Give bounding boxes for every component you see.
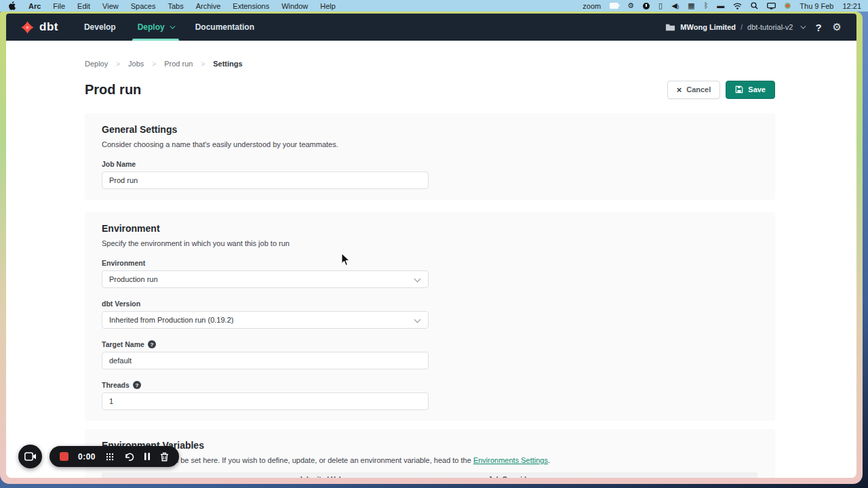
breadcrumb-jobs[interactable]: Jobs	[128, 60, 144, 68]
nav-tab-documentation-label: Documentation	[195, 22, 254, 32]
navbar-right: MWong Limited / dbt-tutorial-v2 ? ⚙	[665, 14, 856, 41]
nav-tab-documentation[interactable]: Documentation	[184, 14, 265, 41]
stop-recording-button[interactable]	[60, 452, 68, 461]
job-settings-page: Deploy > Jobs > Prod run > Settings Prod…	[6, 41, 856, 478]
save-icon	[735, 85, 743, 94]
account-switcher[interactable]: MWong Limited / dbt-tutorial-v2	[665, 23, 804, 31]
breadcrumb: Deploy > Jobs > Prod run > Settings	[85, 60, 775, 68]
wifi-icon[interactable]	[733, 3, 742, 9]
cancel-button-label: Cancel	[686, 85, 711, 94]
environment-heading: Environment	[102, 223, 758, 234]
environment-card: Environment Specify the environment in w…	[85, 212, 775, 421]
help-tooltip-icon[interactable]: ?	[133, 381, 141, 389]
dbt-logo-icon	[20, 20, 35, 35]
target-name-label: Target Name	[102, 340, 144, 348]
environment-select-value: Production run	[109, 275, 158, 283]
nav-tab-develop[interactable]: Develop	[73, 14, 127, 41]
pause-recording-icon[interactable]	[144, 452, 151, 461]
battery-icon[interactable]: ▬	[717, 0, 724, 12]
menubar-date[interactable]: Thu 9 Feb	[800, 2, 833, 10]
general-settings-description: Consider choosing a name that's easily u…	[102, 140, 758, 148]
menubar-item-tabs[interactable]: Tabs	[161, 2, 189, 10]
zoom-app-label[interactable]: zoom	[583, 2, 601, 10]
recording-indicator-icon[interactable]	[785, 3, 791, 9]
menubar-item-view[interactable]: View	[96, 2, 125, 10]
menubar-item-edit[interactable]: Edit	[71, 2, 96, 10]
drag-handle-icon[interactable]	[105, 452, 115, 462]
general-settings-card: General Settings Consider choosing a nam…	[85, 113, 775, 200]
project-name: dbt-tutorial-v2	[747, 23, 793, 31]
dbt-logo[interactable]: dbt	[20, 14, 58, 41]
dbt-navbar: dbt Develop Deploy Documentation MWong L…	[6, 14, 856, 41]
environment-select[interactable]: Production run	[102, 270, 429, 288]
environment-variables-table: Inherited Value Job Override	[102, 472, 757, 478]
menubar-item-help[interactable]: Help	[314, 2, 342, 10]
environment-variables-description: Job-level overrides can be set here. If …	[102, 456, 758, 464]
menubar-item-file[interactable]: File	[47, 2, 71, 10]
breadcrumb-deploy[interactable]: Deploy	[85, 60, 108, 68]
environment-label: Environment	[102, 259, 758, 267]
job-name-input[interactable]	[102, 171, 429, 189]
window-content: dbt Develop Deploy Documentation MWong L…	[6, 14, 856, 478]
screenshare-camera-icon[interactable]	[610, 3, 618, 9]
environment-variables-heading: Environment Variables	[102, 440, 758, 451]
nav-tab-develop-label: Develop	[84, 22, 116, 32]
account-name: MWong Limited	[680, 23, 736, 31]
spotlight-search-icon[interactable]	[751, 2, 758, 9]
settings-gear-icon[interactable]: ⚙	[627, 0, 634, 12]
chevron-down-icon	[414, 317, 421, 323]
menubar-status-area: zoom ⚙ ▯ ◀) ▦ ᛒ ▬ Thu 9 Feb 12:21	[583, 0, 861, 12]
dbt-version-select[interactable]: Inherited from Production run (0.19.2)	[102, 311, 429, 329]
mouse-cursor	[341, 253, 351, 269]
calendar-icon[interactable]: ▦	[688, 0, 694, 12]
close-icon: ×	[677, 85, 682, 95]
menubar-time[interactable]: 12:21	[842, 2, 861, 10]
nav-tab-deploy[interactable]: Deploy	[127, 14, 184, 41]
apple-menu-icon[interactable]	[8, 1, 16, 10]
recorder-controls-pill: 0:00	[50, 446, 179, 467]
macos-menubar: Arc File Edit View Spaces Tabs Archive E…	[0, 0, 868, 12]
breadcrumb-separator: >	[201, 60, 205, 68]
environments-settings-link[interactable]: Environments Settings	[473, 456, 548, 464]
dbt-version-label: dbt Version	[102, 300, 758, 308]
display-icon[interactable]	[767, 3, 776, 9]
save-button[interactable]: Save	[726, 81, 775, 99]
job-name-label: Job Name	[102, 160, 758, 168]
menubar-item-arc[interactable]: Arc	[22, 2, 47, 10]
threads-label: Threads	[102, 381, 130, 389]
help-tooltip-icon[interactable]: ?	[148, 340, 156, 348]
menubar-item-window[interactable]: Window	[275, 2, 314, 10]
env-vars-table-header: Inherited Value Job Override	[102, 472, 757, 478]
environment-variables-card: Environment Variables Job-level override…	[85, 429, 775, 478]
menubar-item-archive[interactable]: Archive	[190, 2, 227, 10]
menubar-item-spaces[interactable]: Spaces	[125, 2, 162, 10]
recording-timer: 0:00	[78, 452, 96, 462]
settings-gear-button[interactable]: ⚙	[833, 21, 842, 33]
job-override-column-header: Job Override	[488, 476, 530, 478]
camera-toggle-button[interactable]	[18, 445, 42, 468]
inherited-value-column-header: Inherited Value	[300, 476, 349, 478]
breadcrumb-separator: >	[152, 60, 156, 68]
dbt-version-select-value: Inherited from Production run (0.19.2)	[109, 316, 233, 324]
breadcrumb-prod-run[interactable]: Prod run	[164, 60, 193, 68]
restart-recording-icon[interactable]	[124, 452, 134, 461]
app-box-icon[interactable]: ▯	[658, 0, 663, 12]
page-title: Prod run	[85, 82, 141, 98]
breadcrumb-separator: >	[116, 60, 120, 68]
cancel-button[interactable]: × Cancel	[667, 81, 721, 99]
dbt-logo-text: dbt	[39, 20, 58, 34]
delete-recording-icon[interactable]	[160, 452, 169, 462]
arc-browser-window: dbt Develop Deploy Documentation MWong L…	[0, 12, 863, 484]
volume-icon[interactable]: ◀)	[671, 0, 679, 12]
folder-icon	[665, 23, 675, 31]
nav-tab-deploy-label: Deploy	[138, 22, 165, 32]
help-button[interactable]: ?	[815, 22, 821, 33]
clock-icon[interactable]	[643, 3, 650, 9]
threads-input[interactable]	[102, 392, 429, 410]
target-name-input[interactable]	[102, 352, 429, 369]
title-row: Prod run × Cancel Save	[85, 79, 775, 100]
save-button-label: Save	[748, 85, 766, 94]
account-separator: /	[741, 23, 743, 31]
bluetooth-icon[interactable]: ᛒ	[704, 0, 709, 12]
menubar-item-extensions[interactable]: Extensions	[226, 2, 275, 10]
